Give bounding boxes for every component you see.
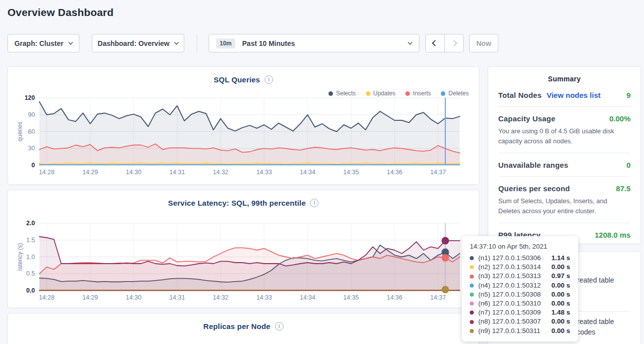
- tooltip-node-label: (n9) 127.0.0.1:50311: [478, 327, 540, 336]
- tooltip-node-value: 0.97 s: [551, 272, 570, 281]
- capacity-usage-value: 0.00%: [609, 114, 631, 123]
- svg-text:14:30: 14:30: [126, 294, 141, 301]
- tooltip-node-value: 0.00 s: [551, 317, 570, 326]
- series-color-dot: [470, 320, 474, 324]
- chart-hover-tooltip: 14:37:10 on Apr 5th, 2021 (n1) 127.0.0.1…: [462, 236, 578, 342]
- svg-text:14:31: 14:31: [169, 169, 185, 176]
- divider: [498, 176, 631, 177]
- series-color-dot: [470, 265, 474, 269]
- tooltip-series-row: (n3) 127.0.0.1:503130.97 s: [470, 272, 570, 281]
- time-next-button[interactable]: [444, 34, 464, 52]
- svg-text:14:32: 14:32: [213, 294, 228, 301]
- svg-text:14:34: 14:34: [300, 294, 315, 301]
- chevron-down-icon: [408, 40, 413, 45]
- tooltip-node-value: 0.00 s: [551, 299, 570, 308]
- svg-text:120: 120: [24, 94, 35, 101]
- svg-text:14:28: 14:28: [39, 294, 54, 301]
- tooltip-node-value: 0.00 s: [551, 263, 570, 272]
- series-color-dot: [470, 293, 474, 297]
- svg-text:14:37: 14:37: [430, 169, 446, 176]
- svg-text:90: 90: [28, 111, 35, 118]
- sql-queries-chart-card: SQL Queries i SelectsUpdatesInsertsDelet…: [7, 66, 479, 185]
- svg-text:14:33: 14:33: [256, 294, 272, 301]
- tooltip-node-label: (n5) 127.0.0.1:50308: [478, 290, 541, 299]
- svg-text:queries: queries: [16, 122, 23, 141]
- time-now-button[interactable]: Now: [469, 34, 498, 52]
- view-nodes-list-link[interactable]: View nodes list: [547, 91, 601, 99]
- time-range-dropdown[interactable]: 10m Past 10 Minutes: [209, 34, 419, 52]
- sql-queries-chart-canvas[interactable]: 14:2814:2914:3014:3114:3214:3314:3414:35…: [15, 94, 472, 178]
- tooltip-node-value: 0.00 s: [551, 290, 570, 299]
- svg-text:14:33: 14:33: [256, 169, 272, 176]
- svg-text:14:34: 14:34: [300, 169, 315, 176]
- tooltip-series-row: (n8) 127.0.0.1:503070.00 s: [470, 317, 570, 326]
- tooltip-node-value: 0.00 s: [551, 281, 570, 290]
- service-latency-chart-card: Service Latency: SQL, 99th percentile i …: [7, 190, 479, 308]
- capacity-usage-label: Capacity Usage: [498, 114, 556, 123]
- tooltip-series-row: (n1) 127.0.0.1:503061.14 s: [470, 254, 570, 263]
- queries-per-second-value: 87.5: [616, 184, 631, 193]
- svg-text:14:37: 14:37: [430, 294, 446, 301]
- queries-per-second-description: Sum of Selects, Updates, Inserts, and De…: [498, 196, 631, 216]
- chevron-down-icon: [174, 40, 179, 45]
- sql-queries-chart-title: SQL Queries: [214, 75, 260, 84]
- tooltip-node-label: (n8) 127.0.0.1:50307: [478, 317, 541, 326]
- service-latency-chart-canvas[interactable]: 14:2814:2914:3014:3114:3214:3314:3414:35…: [15, 219, 472, 303]
- info-icon[interactable]: i: [310, 199, 319, 207]
- tooltip-node-label: (n6) 127.0.0.1:50310: [478, 299, 541, 308]
- svg-text:30: 30: [28, 145, 35, 152]
- graph-dropdown-label: Graph: Cluster: [14, 39, 63, 47]
- svg-text:60: 60: [28, 128, 35, 135]
- summary-total-nodes-row: Total Nodes View nodes list 9: [498, 91, 631, 99]
- summary-unavailable-ranges-row: Unavailable ranges 0: [498, 161, 631, 169]
- svg-text:0.0: 0.0: [26, 287, 35, 294]
- svg-text:1.0: 1.0: [26, 254, 35, 261]
- divider: [498, 223, 631, 223]
- tooltip-timestamp: 14:37:10 on Apr 5th, 2021: [470, 243, 570, 250]
- p99-latency-value: 1208.0 ms: [595, 231, 631, 239]
- series-color-dot: [470, 275, 474, 279]
- svg-text:14:32: 14:32: [213, 169, 228, 176]
- tooltip-node-label: (n3) 127.0.0.1:50313: [478, 272, 541, 281]
- unavailable-ranges-value: 0: [627, 161, 631, 169]
- chevron-left-icon: [432, 40, 438, 46]
- summary-panel: Summary Total Nodes View nodes list 9 Ca…: [488, 66, 641, 244]
- series-color-dot: [470, 284, 474, 288]
- time-prev-button[interactable]: [425, 34, 445, 52]
- dashboard-dropdown-label: Dashboard: Overview: [98, 39, 170, 47]
- service-latency-chart-title: Service Latency: SQL, 99th percentile: [168, 199, 306, 207]
- tooltip-node-value: 1.14 s: [551, 254, 570, 263]
- total-nodes-value: 9: [627, 91, 631, 99]
- summary-qps-row: Queries per second 87.5: [498, 184, 631, 193]
- time-range-label: Past 10 Minutes: [242, 39, 295, 47]
- svg-text:14:30: 14:30: [126, 169, 141, 176]
- tooltip-node-label: (n1) 127.0.0.1:50306: [478, 254, 541, 263]
- svg-text:14:36: 14:36: [387, 294, 402, 301]
- series-color-dot: [470, 302, 474, 306]
- dashboard-dropdown[interactable]: Dashboard: Overview: [92, 34, 184, 52]
- svg-text:latency (s): latency (s): [16, 243, 23, 271]
- svg-text:14:28: 14:28: [39, 169, 54, 176]
- summary-panel-title: Summary: [498, 75, 631, 83]
- tooltip-node-label: (n7) 127.0.0.1:50309: [478, 308, 541, 317]
- series-color-dot: [470, 311, 474, 315]
- tooltip-series-row: (n4) 127.0.0.1:503120.00 s: [470, 281, 570, 290]
- replicas-per-node-chart-title: Replicas per Node: [203, 322, 270, 331]
- svg-text:1.5: 1.5: [26, 237, 35, 244]
- tooltip-series-row: (n2) 127.0.0.1:503140.00 s: [470, 263, 570, 272]
- replicas-per-node-chart-card: Replicas per Node i: [7, 313, 479, 344]
- svg-text:14:36: 14:36: [387, 169, 402, 176]
- tooltip-node-value: 0.00 s: [551, 327, 570, 336]
- svg-text:14:31: 14:31: [169, 294, 185, 301]
- info-icon[interactable]: i: [265, 75, 273, 84]
- info-icon[interactable]: i: [275, 322, 284, 331]
- page-title: Overview Dashboard: [7, 6, 114, 18]
- graph-dropdown[interactable]: Graph: Cluster: [7, 34, 79, 52]
- queries-per-second-label: Queries per second: [498, 184, 570, 193]
- series-color-dot: [470, 329, 474, 333]
- divider: [498, 106, 631, 107]
- total-nodes-label: Total Nodes: [498, 91, 542, 99]
- tooltip-node-label: (n4) 127.0.0.1:50312: [478, 281, 541, 290]
- chevron-down-icon: [68, 40, 73, 45]
- tooltip-series-row: (n7) 127.0.0.1:503091.48 s: [470, 308, 570, 317]
